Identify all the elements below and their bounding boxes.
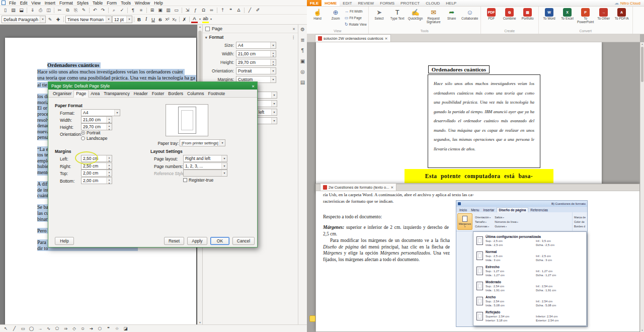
paper-tray-select[interactable]: [From printer settings] [180,139,225,146]
insert-table-icon[interactable]: ⊞ [148,7,156,14]
menu-view[interactable]: View [29,1,42,6]
track-changes-icon[interactable]: Δ [235,7,243,14]
to-excel-button[interactable]: XTo Excel [558,7,577,20]
tab-footer[interactable]: Footer [150,91,167,97]
page-numbers-select[interactable]: 1, 2, 3, ... [183,162,227,170]
scrollbar-thumb[interactable] [198,31,202,86]
subscript-button[interactable]: X₂ [171,16,178,23]
margenes-button[interactable]: Márgenes [457,213,472,230]
spelling-icon[interactable]: ✓ [118,7,126,14]
insert-line-icon[interactable]: ╱ [246,7,254,14]
navigator-deck-icon[interactable]: ◎ [299,68,306,75]
redo-icon[interactable]: ↷ [99,7,107,14]
insert-field-icon[interactable]: ƒ [192,7,199,14]
comment-icon[interactable]: ❝ [227,7,234,14]
select-tool-button[interactable]: ➤Select [370,7,388,20]
tab-help[interactable]: HELP [443,0,459,6]
hyperlink-icon[interactable]: ∞ [208,7,215,14]
sidebar-size-control[interactable]: A4 [236,42,276,49]
curve-icon[interactable]: ∿ [45,325,52,332]
bullet-list-icon[interactable]: ≡ [137,7,145,14]
to-powerpoint-button[interactable]: PTo PowerPoint [577,7,595,24]
fit-width-button[interactable]: ↔Fit Width [345,9,367,14]
portrait-radio[interactable]: Portrait [81,130,100,135]
tab-page[interactable]: Page [73,90,89,98]
clear-formatting-button[interactable]: ✗ [181,16,188,23]
tab-edit[interactable]: EDIT [340,0,355,6]
menu-table[interactable]: Table [91,1,105,6]
insert-chart-icon[interactable]: ▥ [165,7,172,14]
orientacion-button[interactable]: Orientación [475,216,491,219]
stars-banners-icon[interactable]: ☆ [113,325,121,332]
page-break-icon[interactable]: ⇲ [184,7,191,14]
doc1-tab[interactable]: solución 2W ordenadores cuánticos [315,34,391,42]
tab-forms[interactable]: FORMS [377,0,397,6]
format-select[interactable]: A4 [81,109,120,116]
font-size-select[interactable]: 12 pt [112,16,132,23]
hand-tool-button[interactable]: ☝Hand [308,7,327,20]
saltos-button[interactable]: Saltos [495,216,518,219]
menu-form[interactable]: Form [105,1,119,6]
margin-preset-estrecho[interactable]: EstrechoSup.: 1,27 cmInf.: 1,27 cmIzda.:… [474,263,585,278]
formatting-marks-icon[interactable]: ¶ [129,7,137,14]
cut-icon[interactable]: ✂ [56,7,63,14]
sidebar-settings-icon[interactable]: ⚙ [299,26,306,33]
draw-functions-icon[interactable]: ✐ [254,7,262,14]
new-style-icon[interactable]: ✚ [54,16,62,23]
create-pdf-button[interactable]: PDFPDF [482,7,501,20]
basic-shapes-icon[interactable]: ◇ [70,325,78,332]
tab-columns[interactable]: Columns [185,91,206,97]
color-de-button[interactable]: Color de [574,220,586,223]
tamano-button[interactable]: Tamaño [475,220,491,223]
combine-button[interactable]: ⧉Combine [501,7,519,20]
ellipse-icon[interactable]: ◯ [28,325,35,332]
nitro-scrollbar[interactable] [640,42,644,332]
margin-preset-ancho[interactable]: AnchoSup.: 2,54 cmInf.: 2,54 cmIzda.: 5,… [474,293,585,308]
doc2-page[interactable]: ría Usb, en la carpeta Word. A continuac… [316,191,639,331]
block-arrows-icon[interactable]: ➔ [88,325,95,332]
to-pdfa-button[interactable]: ATo PDF/A [613,7,631,20]
cancel-button[interactable]: Cancel [232,237,255,245]
clone-formatting-icon[interactable]: ✎ [80,7,88,14]
annotation-note-icon[interactable] [309,315,315,322]
close-doc2-icon[interactable] [390,185,393,190]
save-icon[interactable]: ⬓ [18,7,25,14]
properties-deck-icon[interactable]: ≣ [299,37,306,43]
font-color-button[interactable]: A [191,16,198,23]
print-preview-icon[interactable]: ◫ [45,7,52,14]
paste-icon[interactable]: ⎘ [72,7,79,14]
tab-review[interactable]: REVIEW [355,0,377,6]
width-stepper[interactable]: 21,00 cm [81,116,112,123]
word-tab-insertar[interactable]: Insertar [481,208,496,212]
marca-de-button[interactable]: Marca de [574,216,586,219]
print-icon[interactable]: ⎙ [37,7,44,14]
italic-button[interactable]: I [143,16,149,23]
special-character-icon[interactable]: Ω [200,7,207,14]
symbol-shapes-icon[interactable]: ☺ [79,325,87,332]
flowchart-icon[interactable]: ⬡ [96,325,104,332]
fit-page-button[interactable]: ▭Fit Page [345,15,367,21]
tab-home[interactable]: HOME [321,0,340,6]
landscape-radio[interactable]: Landscape [81,136,108,141]
word-tab-referencias[interactable]: Referencias [528,208,550,212]
superscript-button[interactable]: X² [164,16,171,23]
margin-top-stepper[interactable]: 2,00 cm [81,170,112,177]
apply-button[interactable]: Apply [187,237,207,245]
zoom-tool-button[interactable]: ⊕Zoom [327,7,345,20]
collapse-section-icon[interactable] [205,35,207,40]
menu-tools[interactable]: Tools [119,1,133,6]
3d-objects-icon[interactable]: ◪ [122,325,129,332]
gallery-deck-icon[interactable]: ▣ [299,58,306,64]
line-icon[interactable]: ╱ [11,325,18,332]
page-deck-icon[interactable]: ▤ [299,79,306,86]
to-word-button[interactable]: WTo Word [540,7,558,20]
more-options-icon[interactable] [291,35,295,40]
quicksign-button[interactable]: ✍QuickSign [407,7,425,20]
tab-organiser[interactable]: Organiser [51,91,73,97]
new-document-icon[interactable]: ▯ [2,7,9,14]
to-other-button[interactable]: →To Other [595,7,613,20]
sidebar-width-control[interactable]: 21,00 cm [236,50,276,57]
menu-file[interactable]: File [7,1,18,6]
rotate-view-button[interactable]: ↻Rotate View [345,22,367,27]
tab-borders[interactable]: Borders [166,91,185,97]
